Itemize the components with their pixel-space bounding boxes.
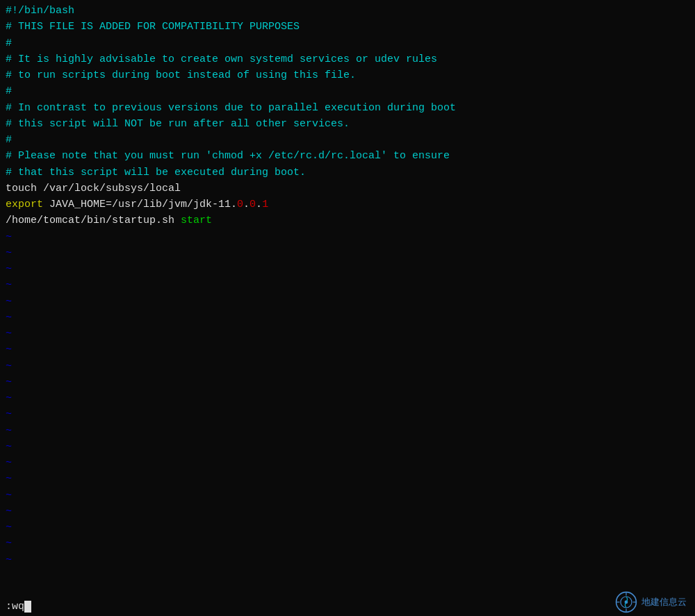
editor-line: #!/bin/bash xyxy=(6,3,689,19)
editor-line: ~ xyxy=(6,390,689,406)
editor-line: ~ xyxy=(6,471,689,487)
editor-line: ~ xyxy=(6,261,689,277)
editor-line: ~ xyxy=(6,439,689,455)
editor-line: ~ xyxy=(6,326,689,342)
editor-line: ~ xyxy=(6,503,689,519)
editor-line: export JAVA_HOME=/usr/lib/jvm/jdk-11.0.0… xyxy=(6,197,689,213)
editor-line: # xyxy=(6,35,689,51)
editor-line: ~ xyxy=(6,552,689,568)
editor-line: ~ xyxy=(6,488,689,503)
editor-line: ~ xyxy=(6,342,689,358)
editor-line: ~ xyxy=(6,277,689,293)
editor-line: ~ xyxy=(6,294,689,310)
editor-line: ~ xyxy=(6,374,689,390)
watermark-logo-icon xyxy=(615,591,637,613)
editor-line: ~ xyxy=(6,406,689,422)
vim-editor[interactable]: #!/bin/bash# THIS FILE IS ADDED FOR COMP… xyxy=(0,0,695,616)
watermark: 地建信息云 xyxy=(615,591,687,613)
editor-line: ~ xyxy=(6,245,689,261)
editor-line: ~ xyxy=(6,535,689,551)
status-bar: :wq xyxy=(0,597,695,616)
editor-line: # In contrast to previous versions due t… xyxy=(6,100,689,116)
editor-line: ~ xyxy=(6,358,689,374)
editor-line: # THIS FILE IS ADDED FOR COMPATIBILITY P… xyxy=(6,19,689,35)
editor-content: #!/bin/bash# THIS FILE IS ADDED FOR COMP… xyxy=(6,3,689,568)
command-text: :wq xyxy=(6,599,24,615)
editor-line: ~ xyxy=(6,455,689,471)
cursor xyxy=(24,601,31,613)
watermark-label: 地建信息云 xyxy=(641,595,687,609)
editor-line: touch /var/lock/subsys/local xyxy=(6,181,689,197)
editor-line: # that this script will be executed duri… xyxy=(6,165,689,181)
editor-line: # It is highly advisable to create own s… xyxy=(6,51,689,67)
editor-line: # xyxy=(6,132,689,148)
editor-line: ~ xyxy=(6,423,689,439)
command-line: :wq xyxy=(6,599,31,615)
editor-line: # xyxy=(6,83,689,99)
editor-line: # to run scripts during boot instead of … xyxy=(6,67,689,83)
editor-line: # this script will NOT be run after all … xyxy=(6,116,689,132)
editor-line: ~ xyxy=(6,310,689,326)
editor-line: # Please note that you must run 'chmod +… xyxy=(6,148,689,164)
editor-line: ~ xyxy=(6,229,689,245)
editor-line: ~ xyxy=(6,519,689,535)
editor-line: /home/tomcat/bin/startup.sh start xyxy=(6,213,689,228)
